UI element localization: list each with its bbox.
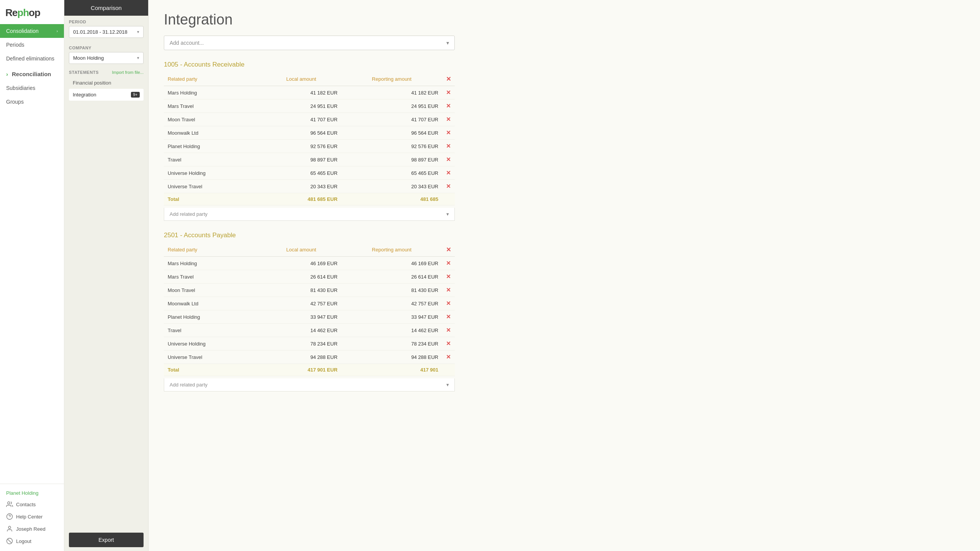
delete-row-cell: ✕	[442, 166, 455, 180]
delete-all-icon[interactable]: ✕	[446, 76, 451, 82]
middle-footer: Export	[64, 529, 148, 551]
nav-reconciliation[interactable]: › Reconciliation	[0, 67, 64, 81]
delete-row-button[interactable]: ✕	[446, 300, 451, 306]
nav-logout[interactable]: Logout	[0, 535, 64, 547]
delete-row-button[interactable]: ✕	[446, 143, 451, 149]
party-cell: Travel	[164, 324, 261, 337]
col-action-header-2: ✕	[442, 243, 455, 257]
delete-row-button[interactable]: ✕	[446, 183, 451, 189]
delete-row-button[interactable]: ✕	[446, 116, 451, 122]
nav-help[interactable]: Help Center	[0, 510, 64, 523]
nav-contacts[interactable]: Contacts	[0, 498, 64, 510]
delete-row-button[interactable]: ✕	[446, 327, 451, 333]
party-cell: Universe Travel	[164, 180, 261, 193]
nav-defined-eliminations[interactable]: Defined eliminations	[0, 52, 64, 65]
add-related-party-1[interactable]: Add related party ▾	[164, 208, 455, 221]
table-row: Universe Holding 65 465 EUR 65 465 EUR ✕	[164, 166, 455, 180]
delete-row-button[interactable]: ✕	[446, 103, 451, 109]
nav-subsidiaries[interactable]: Subsidiaries	[0, 81, 64, 95]
total-label: Total	[164, 193, 261, 205]
reporting-amount-cell: 94 288 EUR	[341, 350, 442, 364]
reporting-amount-cell: 41 182 EUR	[341, 86, 442, 99]
company-filter: COMPANY Moon Holding ▾	[64, 42, 148, 68]
company-label: COMPANY	[69, 46, 144, 50]
section-accounts-payable: 2501 - Accounts Payable Related party Lo…	[164, 231, 965, 391]
local-amount-cell: 14 462 EUR	[261, 324, 341, 337]
delete-row-cell: ✕	[442, 284, 455, 297]
delete-row-button[interactable]: ✕	[446, 287, 451, 293]
local-amount-cell: 92 576 EUR	[261, 140, 341, 153]
delete-row-cell: ✕	[442, 180, 455, 193]
table-row: Moonwalk Ltd 96 564 EUR 96 564 EUR ✕	[164, 126, 455, 140]
delete-row-button[interactable]: ✕	[446, 260, 451, 266]
table-row: Universe Travel 94 288 EUR 94 288 EUR ✕	[164, 350, 455, 364]
table-row: Planet Holding 92 576 EUR 92 576 EUR ✕	[164, 140, 455, 153]
delete-row-button[interactable]: ✕	[446, 129, 451, 136]
chevron-right-icon: ›	[57, 29, 58, 33]
table-row: Moonwalk Ltd 42 757 EUR 42 757 EUR ✕	[164, 297, 455, 310]
delete-all-icon-2[interactable]: ✕	[446, 246, 451, 253]
party-cell: Planet Holding	[164, 310, 261, 324]
delete-row-button[interactable]: ✕	[446, 89, 451, 96]
delete-row-button[interactable]: ✕	[446, 156, 451, 163]
accounts-payable-table: Related party Local amount Reporting amo…	[164, 243, 455, 376]
local-amount-cell: 33 947 EUR	[261, 310, 341, 324]
nav-consolidation[interactable]: Consolidation ›	[0, 24, 64, 38]
nav-periods[interactable]: Periods	[0, 38, 64, 52]
delete-row-button[interactable]: ✕	[446, 313, 451, 320]
delete-row-button[interactable]: ✕	[446, 354, 451, 360]
delete-row-button[interactable]: ✕	[446, 170, 451, 176]
main-content: Integration Add account... ▾ 1005 - Acco…	[149, 0, 980, 551]
delete-row-cell: ✕	[442, 113, 455, 126]
add-account-dropdown[interactable]: Add account... ▾	[164, 36, 455, 50]
import-link[interactable]: Import from file...	[112, 70, 144, 75]
reporting-amount-cell: 26 614 EUR	[341, 270, 442, 284]
stmt-financial-position[interactable]: Financial position	[69, 77, 144, 89]
party-cell: Mars Travel	[164, 270, 261, 284]
user-icon	[6, 525, 13, 532]
total-reporting: 417 901	[341, 364, 442, 376]
sidebar-bottom: Planet Holding Contacts Help Center	[0, 484, 64, 551]
nav-groups[interactable]: Groups	[0, 95, 64, 109]
total-row: Total 481 685 EUR 481 685	[164, 193, 455, 205]
panel-header: Comparison	[64, 0, 148, 16]
party-cell: Travel	[164, 153, 261, 166]
reporting-amount-cell: 42 757 EUR	[341, 297, 442, 310]
reporting-amount-cell: 41 707 EUR	[341, 113, 442, 126]
table-row: Moon Travel 41 707 EUR 41 707 EUR ✕	[164, 113, 455, 126]
total-local: 481 685 EUR	[261, 193, 341, 205]
add-related-party-2[interactable]: Add related party ▾	[164, 378, 455, 391]
party-cell: Mars Travel	[164, 99, 261, 113]
company-select[interactable]: Moon Holding ▾	[69, 52, 144, 64]
reconciliation-indicator: ›	[6, 71, 8, 77]
table-row: Travel 14 462 EUR 14 462 EUR ✕	[164, 324, 455, 337]
col-reporting-header: Reporting amount	[341, 72, 442, 86]
reporting-amount-cell: 46 169 EUR	[341, 257, 442, 270]
page-title: Integration	[164, 11, 965, 28]
party-cell: Planet Holding	[164, 140, 261, 153]
reporting-amount-cell: 33 947 EUR	[341, 310, 442, 324]
delete-row-button[interactable]: ✕	[446, 273, 451, 280]
total-row: Total 417 901 EUR 417 901	[164, 364, 455, 376]
delete-row-cell: ✕	[442, 140, 455, 153]
nav-user[interactable]: Joseph Reed	[0, 523, 64, 535]
delete-row-cell: ✕	[442, 337, 455, 350]
svg-point-0	[8, 502, 10, 504]
delete-row-button[interactable]: ✕	[446, 340, 451, 347]
party-cell: Moon Travel	[164, 113, 261, 126]
table-row: Travel 98 897 EUR 98 897 EUR ✕	[164, 153, 455, 166]
reporting-amount-cell: 24 951 EUR	[341, 99, 442, 113]
section-accounts-receivable: 1005 - Accounts Receivable Related party…	[164, 61, 965, 221]
delete-row-cell: ✕	[442, 86, 455, 99]
local-amount-cell: 26 614 EUR	[261, 270, 341, 284]
local-amount-cell: 20 343 EUR	[261, 180, 341, 193]
chevron-down-icon: ▾	[446, 211, 449, 217]
logout-icon	[6, 538, 13, 544]
period-select[interactable]: 01.01.2018 - 31.12.2018 ▾	[69, 26, 144, 38]
col-reporting-header-2: Reporting amount	[341, 243, 442, 257]
export-button[interactable]: Export	[69, 533, 144, 547]
local-amount-cell: 96 564 EUR	[261, 126, 341, 140]
stmt-integration[interactable]: Integration 9+	[69, 89, 144, 101]
local-amount-cell: 41 182 EUR	[261, 86, 341, 99]
table-row: Mars Holding 41 182 EUR 41 182 EUR ✕	[164, 86, 455, 99]
